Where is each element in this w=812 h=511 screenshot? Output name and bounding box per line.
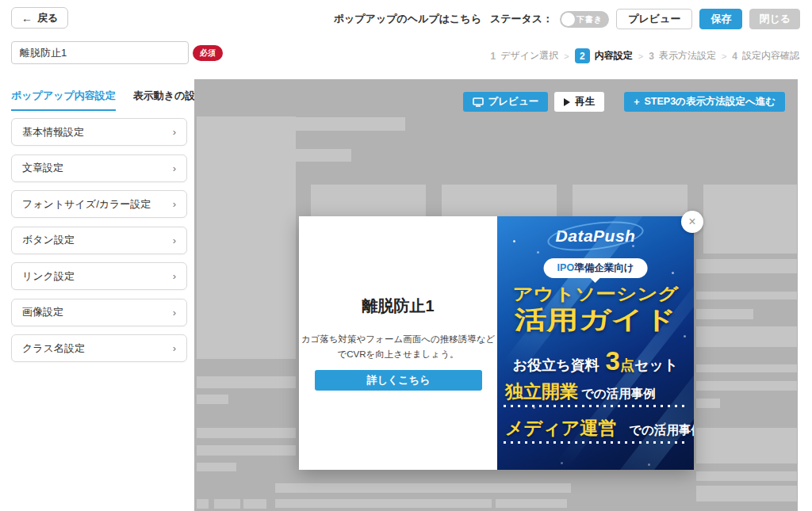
banner-case1: 独立開業 での活用事例 <box>505 379 686 404</box>
back-button-label: 戻る <box>37 11 58 25</box>
placeholder-block <box>696 292 797 299</box>
sidebar-item-class-name[interactable]: クラス名設定 › <box>11 334 187 362</box>
placeholder-block <box>696 364 797 372</box>
sidebar-item-text[interactable]: 文章設定 › <box>11 154 187 182</box>
popup-description-line2: でCVRを向上させましょう。 <box>338 349 459 359</box>
sidebar-card-list: 基本情報設定 › 文章設定 › フォントサイズ/カラー設定 › ボタン設定 › … <box>11 118 187 371</box>
popup-banner-image: DataPush IPO準備企業向け アウトソーシング 活用ガイド お役立ち資料… <box>497 216 694 470</box>
step-label: 表示方法設定 <box>659 49 716 63</box>
step-4-confirm[interactable]: 4 設定内容確認 <box>732 49 799 63</box>
popup-name-input[interactable] <box>11 41 189 64</box>
step-2-content[interactable]: 2 内容設定 <box>575 48 633 63</box>
step-separator: > <box>722 51 726 61</box>
pill-highlight: IPO <box>557 262 575 273</box>
sidebar-item-label: クラス名設定 <box>22 341 85 356</box>
chevron-right-icon: › <box>173 126 176 138</box>
placeholder-block <box>197 463 236 471</box>
step-3-display[interactable]: 3 表示方法設定 <box>649 49 716 63</box>
sidebar-item-button[interactable]: ボタン設定 › <box>11 227 187 254</box>
placeholder-block <box>197 499 209 509</box>
play-button[interactable]: 再生 <box>554 92 604 112</box>
placeholder-block <box>696 259 797 273</box>
header-actions: ポップアップのヘルプはこちら ステータス： 下書き プレビュー 保存 閉じる <box>334 9 800 29</box>
chevron-right-icon: › <box>173 342 176 354</box>
settings-sidebar: ポップアップ内容設定 表示動きの設定 基本情報設定 › 文章設定 › フォントサ… <box>0 79 194 511</box>
chevron-right-icon: › <box>173 198 176 210</box>
placeholder-block <box>197 395 228 404</box>
popup-help-link[interactable]: ポップアップのヘルプはこちら <box>334 12 481 26</box>
dotted-divider <box>504 441 688 444</box>
save-button[interactable]: 保存 <box>699 9 742 29</box>
placeholder-block <box>696 399 720 408</box>
subline-unit: 点 <box>620 356 634 375</box>
step-1-design[interactable]: 1 デザイン選択 <box>491 49 559 63</box>
chevron-right-icon: › <box>173 162 176 174</box>
pill-rest: 準備企業向け <box>574 262 634 273</box>
close-icon: × <box>688 215 695 229</box>
placeholder-block <box>696 471 797 481</box>
canvas-preview-button[interactable]: プレビュー <box>463 92 549 112</box>
tab-popup-content-settings[interactable]: ポップアップ内容設定 <box>11 89 116 111</box>
popup-description: カゴ落ち対策やフォーム画面への推移誘導など でCVRを向上させましょう。 <box>299 332 497 362</box>
banner-headline1: アウトソーシング <box>497 283 694 305</box>
step-label: 内容設定 <box>595 49 633 63</box>
step-label: デザイン選択 <box>500 49 558 63</box>
popup-description-line1: カゴ落ち対策やフォーム画面への推移誘導など <box>301 334 495 344</box>
sidebar-item-label: 文章設定 <box>22 161 63 175</box>
popup-cta-button[interactable]: 詳しくこちら <box>315 370 482 391</box>
chevron-right-icon: › <box>173 235 176 246</box>
canvas-preview-label: プレビュー <box>488 95 539 109</box>
sidebar-item-label: フォントサイズ/カラー設定 <box>22 197 151 212</box>
placeholder-block <box>243 499 266 509</box>
placeholder-block <box>696 428 797 463</box>
placeholder-block <box>275 483 571 493</box>
sidebar-item-link[interactable]: リンク設定 › <box>11 262 187 290</box>
placeholder-block <box>275 117 405 131</box>
sidebar-item-font-color[interactable]: フォントサイズ/カラー設定 › <box>11 190 187 218</box>
back-button[interactable]: ← 戻る <box>11 7 68 29</box>
next-step-button[interactable]: + STEP3の表示方法設定へ進む <box>624 92 785 112</box>
header-preview-button[interactable]: プレビュー <box>616 9 692 29</box>
step-indicator: 1 デザイン選択 > 2 内容設定 > 3 表示方法設定 > 4 設定内容確認 <box>491 48 800 63</box>
step-number: 3 <box>649 51 654 62</box>
placeholder-block <box>696 486 797 501</box>
case1-highlight: 独立開業 <box>505 379 578 404</box>
case1-rest: での活用事例 <box>581 386 656 402</box>
placeholder-block <box>696 309 753 319</box>
banner-target-pill: IPO準備企業向け <box>544 258 648 278</box>
popup-title: 離脱防止1 <box>299 296 497 317</box>
canvas-actions: プレビュー 再生 + STEP3の表示方法設定へ進む <box>463 92 785 112</box>
sidebar-item-label: 画像設定 <box>22 305 63 319</box>
subline-number: 3 <box>606 348 620 374</box>
sidebar-tabs: ポップアップ内容設定 表示動きの設定 <box>11 89 187 111</box>
popup-preview: 離脱防止1 カゴ落ち対策やフォーム画面への推移誘導など でCVRを向上させましょ… <box>299 216 694 470</box>
step-separator: > <box>638 51 643 61</box>
required-badge: 必須 <box>193 45 223 61</box>
popup-text-panel: 離脱防止1 カゴ落ち対策やフォーム画面への推移誘導など でCVRを向上させましょ… <box>299 216 497 470</box>
toggle-knob-icon <box>561 13 575 26</box>
play-icon <box>564 98 570 106</box>
plus-icon: + <box>634 97 639 108</box>
placeholder-block <box>696 381 797 391</box>
sidebar-item-image[interactable]: 画像設定 › <box>11 299 187 326</box>
popup-close-button[interactable]: × <box>681 211 703 233</box>
placeholder-block <box>496 499 567 508</box>
next-step-label: STEP3の表示方法設定へ進む <box>645 95 776 109</box>
sidebar-item-label: ボタン設定 <box>22 233 75 247</box>
step-separator: > <box>564 51 569 61</box>
sidebar-item-label: 基本情報設定 <box>22 125 84 139</box>
placeholder-block <box>197 445 296 456</box>
case2-highlight: メディア運営 <box>505 416 616 440</box>
sidebar-item-basic-info[interactable]: 基本情報設定 › <box>11 118 187 146</box>
play-label: 再生 <box>575 95 595 109</box>
status-label: ステータス： <box>490 12 553 26</box>
status-toggle[interactable]: 下書き <box>560 11 609 28</box>
subline-prefix: お役立ち資料 <box>513 356 599 375</box>
header-close-button[interactable]: 閉じる <box>749 9 800 29</box>
step-number: 4 <box>732 51 737 62</box>
chevron-right-icon: › <box>173 270 176 282</box>
placeholder-block <box>197 428 296 438</box>
step-label: 設定内容確認 <box>742 49 799 63</box>
banner-headline2: 活用ガイド <box>497 303 694 337</box>
subline-suffix: セット <box>634 356 678 375</box>
